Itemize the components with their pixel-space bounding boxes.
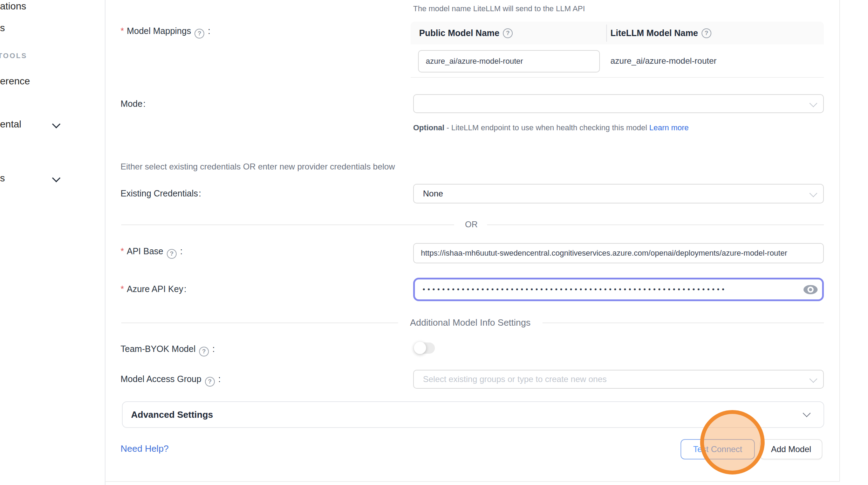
chevron-down-icon <box>809 99 818 108</box>
advanced-settings-title: Advanced Settings <box>131 402 213 427</box>
or-divider-line-right <box>487 224 824 225</box>
or-divider-line-left <box>121 224 454 225</box>
model-access-group-label: Model Access Group?: <box>121 374 221 387</box>
team-byok-label: Team-BYOK Model?: <box>121 344 215 356</box>
mode-select[interactable] <box>413 94 824 113</box>
help-icon[interactable]: ? <box>194 29 204 39</box>
mode-optional-hint: Optional - LiteLLM endpoint to use when … <box>413 120 692 135</box>
existing-credentials-value: None <box>414 189 443 199</box>
content-card-right-edge <box>839 0 840 481</box>
sidebar-item-ental[interactable]: ental <box>0 119 21 130</box>
table-column-divider <box>606 25 607 42</box>
public-model-name-header: Public Model Name? <box>419 22 515 44</box>
sidebar-item-ations[interactable]: ations <box>0 1 26 12</box>
toggle-knob <box>414 342 426 354</box>
chevron-down-icon <box>52 174 60 182</box>
help-icon[interactable]: ? <box>702 28 711 38</box>
section-divider-line-left <box>121 323 398 323</box>
required-mark: * <box>121 284 124 294</box>
existing-credentials-select[interactable]: None <box>413 184 824 203</box>
sidebar-item-s1[interactable]: s <box>0 22 5 34</box>
litellm-model-name-value: azure_ai/azure-model-router <box>610 44 717 77</box>
mode-label: Mode: <box>121 99 146 109</box>
chevron-down-icon <box>52 120 60 128</box>
help-icon[interactable]: ? <box>167 249 177 259</box>
required-mark: * <box>121 26 124 36</box>
help-icon[interactable]: ? <box>205 377 215 387</box>
add-model-button[interactable]: Add Model <box>760 439 822 459</box>
api-base-label: *API Base?: <box>121 246 183 259</box>
masked-key-value: ••••••••••••••••••••••••••••••••••••••••… <box>415 285 727 293</box>
sidebar-item-s2[interactable]: s <box>0 173 5 184</box>
chevron-down-icon <box>803 409 811 417</box>
need-help-link[interactable]: Need Help? <box>121 443 169 454</box>
credentials-note: Either select existing credentials OR en… <box>121 162 395 172</box>
required-mark: * <box>121 246 124 256</box>
test-connect-button[interactable]: Test Connect <box>681 439 755 459</box>
model-access-group-placeholder: Select existing groups or type to create… <box>414 374 607 384</box>
model-mapping-hint: The model name LiteLLM will send to the … <box>413 4 585 13</box>
litellm-model-name-header: LiteLLM Model Name? <box>610 22 714 44</box>
model-mappings-label: *Model Mappings?: <box>121 26 210 39</box>
chevron-down-icon <box>809 375 818 383</box>
team-byok-toggle[interactable] <box>414 342 435 354</box>
sidebar-item-erence[interactable]: erence <box>0 76 30 87</box>
model-mapping-row: azure_ai/azure-model-router azure_ai/azu… <box>411 44 824 78</box>
help-icon[interactable]: ? <box>199 347 209 356</box>
section-divider-line-right <box>542 323 824 323</box>
section-divider-text: Additional Model Info Settings <box>398 317 542 328</box>
advanced-settings-panel[interactable]: Advanced Settings <box>122 401 824 428</box>
azure-api-key-input[interactable]: ••••••••••••••••••••••••••••••••••••••••… <box>413 278 824 301</box>
azure-api-key-label: *Azure API Key: <box>121 284 186 294</box>
chevron-down-icon <box>809 189 818 198</box>
model-mappings-table-header: Public Model Name? LiteLLM Model Name? <box>411 22 824 44</box>
api-base-input[interactable]: https://ishaa-mh6uutut-swedencentral.cog… <box>413 243 824 263</box>
public-model-name-input[interactable]: azure_ai/azure-model-router <box>418 50 600 72</box>
content-card-bottom-edge <box>105 481 840 482</box>
eye-icon[interactable] <box>803 285 818 295</box>
sidebar: ations s TOOLS erence ental s <box>0 0 105 485</box>
existing-credentials-label: Existing Credentials: <box>121 188 201 199</box>
help-icon[interactable]: ? <box>503 28 513 38</box>
model-access-group-select[interactable]: Select existing groups or type to create… <box>413 370 824 389</box>
learn-more-link[interactable]: Learn more <box>649 123 689 132</box>
sidebar-section-tools: TOOLS <box>0 52 27 60</box>
sidebar-divider <box>105 0 105 485</box>
add-model-page: ations s TOOLS erence ental s The model … <box>0 0 868 485</box>
